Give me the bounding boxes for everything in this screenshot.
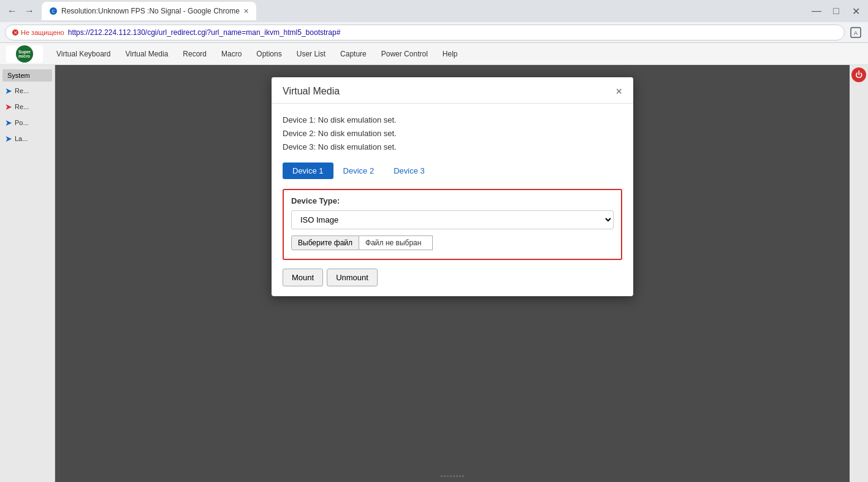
device-tab-2[interactable]: Device 2 xyxy=(333,163,384,179)
nav-item-capture[interactable]: Capture xyxy=(333,46,374,62)
browser-addressbar: ✕ Не защищено https://212.224.112.130/cg… xyxy=(0,22,868,43)
nav-item-power-control[interactable]: Power Control xyxy=(374,46,435,62)
sidebar-item-0[interactable]: ➤ Re... xyxy=(0,83,55,99)
nav-item-macro[interactable]: Macro xyxy=(214,46,249,62)
sidebar-item-3[interactable]: ➤ La... xyxy=(0,131,55,147)
right-panel: ⏻ xyxy=(850,65,868,482)
address-url: https://212.224.112.130/cgi/url_redirect… xyxy=(68,28,341,37)
device-tab-3[interactable]: Device 3 xyxy=(384,163,435,179)
sidebar-label-1: Re... xyxy=(15,103,29,110)
browser-tab[interactable]: C Resolution:Unknown FPS :No Signal - Go… xyxy=(42,2,256,20)
minimize-button[interactable]: — xyxy=(809,4,824,18)
back-button[interactable]: ← xyxy=(5,4,20,18)
sidebar-label-2: Po... xyxy=(15,119,29,126)
device-type-select[interactable]: ISO Image Floppy Hard Disk xyxy=(291,210,614,229)
device-type-section: Device Type: ISO Image Floppy Hard Disk … xyxy=(283,189,622,260)
svg-text:C: C xyxy=(51,9,55,13)
sidebar: System ➤ Re... ➤ Re... ➤ Po... ➤ La... xyxy=(0,65,55,482)
power-button[interactable]: ⏻ xyxy=(851,67,866,82)
device-type-label: Device Type: xyxy=(291,196,614,205)
modal-overlay: Virtual Media × Device 1: No disk emulat… xyxy=(55,65,850,482)
tab-close-button[interactable]: ✕ xyxy=(243,7,249,15)
sidebar-label-0: Re... xyxy=(15,87,29,94)
action-buttons: Mount Unmount xyxy=(283,269,622,286)
logo-circle: Supermicro xyxy=(16,45,33,63)
device-status-list: Device 1: No disk emulation set.Device 2… xyxy=(283,113,622,154)
modal-body: Device 1: No disk emulation set.Device 2… xyxy=(272,104,633,296)
arrow-icon-red: ➤ xyxy=(5,102,12,112)
device-status-1: Device 1: No disk emulation set. xyxy=(283,113,622,127)
modal-title: Virtual Media xyxy=(283,86,340,97)
nav-item-virtual-keyboard[interactable]: Virtual Keyboard xyxy=(49,46,118,62)
nav-item-record[interactable]: Record xyxy=(175,46,214,62)
app-body: System ➤ Re... ➤ Re... ➤ Po... ➤ La... xyxy=(0,65,868,482)
window-close-button[interactable]: ✕ xyxy=(848,4,863,18)
arrow-icon-blue-2: ➤ xyxy=(5,118,12,128)
modal-close-button[interactable]: × xyxy=(615,86,622,97)
nav-item-help[interactable]: Help xyxy=(435,46,465,62)
nav-item-options[interactable]: Options xyxy=(249,46,289,62)
tab-title: Resolution:Unknown FPS :No Signal - Goog… xyxy=(61,7,240,15)
choose-file-button[interactable]: Выберите файл xyxy=(291,235,359,250)
nav-item-user-list[interactable]: User List xyxy=(289,46,333,62)
file-chooser-row: Выберите файл Файл не выбран xyxy=(291,235,614,250)
main-content: Virtual Media × Device 1: No disk emulat… xyxy=(55,65,850,482)
mount-button[interactable]: Mount xyxy=(283,269,323,286)
arrow-icon-blue: ➤ xyxy=(5,86,12,96)
svg-text:A: A xyxy=(854,30,858,36)
maximize-button[interactable]: □ xyxy=(829,4,843,18)
nav-item-virtual-media[interactable]: Virtual Media xyxy=(118,46,176,62)
device-tab-1[interactable]: Device 1 xyxy=(283,163,333,179)
unmount-button[interactable]: Unmount xyxy=(327,269,378,286)
sidebar-label-3: La... xyxy=(15,135,28,142)
virtual-media-modal: Virtual Media × Device 1: No disk emulat… xyxy=(272,77,633,296)
address-box[interactable]: ✕ Не защищено https://212.224.112.130/cg… xyxy=(5,25,845,40)
forward-button[interactable]: → xyxy=(22,4,37,18)
device-status-2: Device 2: No disk emulation set. xyxy=(283,127,622,140)
sidebar-item-2[interactable]: ➤ Po... xyxy=(0,115,55,131)
file-name-display: Файл не выбран xyxy=(359,235,433,250)
device-tabs: Device 1Device 2Device 3 xyxy=(283,163,622,179)
insecure-badge: ✕ Не защищено xyxy=(12,29,64,36)
app-header: Supermicro Virtual KeyboardVirtual Media… xyxy=(0,43,868,65)
arrow-icon-blue-3: ➤ xyxy=(5,134,12,143)
svg-text:✕: ✕ xyxy=(13,30,18,36)
nav-menu: Virtual KeyboardVirtual MediaRecordMacro… xyxy=(49,46,465,62)
supermicro-logo: Supermicro xyxy=(6,45,43,63)
sidebar-item-1[interactable]: ➤ Re... xyxy=(0,99,55,115)
tab-favicon: C xyxy=(49,7,58,15)
translate-icon[interactable]: A xyxy=(848,25,863,40)
system-button[interactable]: System xyxy=(2,69,52,82)
browser-titlebar: ← → C Resolution:Unknown FPS :No Signal … xyxy=(0,0,868,22)
device-status-3: Device 3: No disk emulation set. xyxy=(283,140,622,154)
modal-header: Virtual Media × xyxy=(272,77,633,104)
app-container: Supermicro Virtual KeyboardVirtual Media… xyxy=(0,43,868,482)
